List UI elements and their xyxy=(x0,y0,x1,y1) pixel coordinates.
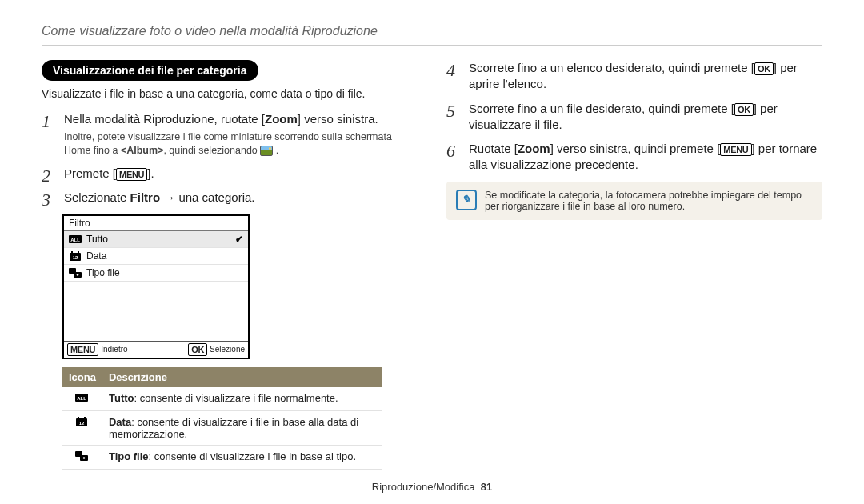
page-number: 81 xyxy=(481,481,492,493)
album-label: <Album> xyxy=(121,145,164,156)
menu-button-icon: MENU xyxy=(116,168,147,181)
icon-description-table: Icona Descrizione Tutto: consente di vis… xyxy=(62,367,382,470)
screen-row-label: Data xyxy=(86,250,106,262)
steps-left: Nella modalità Riproduzione, ruotate [Zo… xyxy=(42,111,418,206)
section-description: Visualizzate i file in base a una catego… xyxy=(42,87,418,100)
step-5-a: Scorrete fino a un file desiderato, quin… xyxy=(469,102,734,115)
step-3-a: Selezionate xyxy=(64,190,130,204)
back-label: Indietro xyxy=(101,345,127,354)
step-1: Nella modalità Riproduzione, ruotate [Zo… xyxy=(42,111,418,158)
left-column: Visualizzazione dei file per categoria V… xyxy=(42,60,418,470)
step-6-a: Ruotate [ xyxy=(469,142,518,155)
desc: : consente di visualizzare i file in bas… xyxy=(109,416,358,440)
desc: : consente di visualizzare i file in bas… xyxy=(149,450,356,462)
step-1-pre: Nella modalità Riproduzione, ruotate [ xyxy=(64,112,265,126)
date-icon xyxy=(62,410,102,445)
filetype-icon xyxy=(69,267,82,278)
row-desc: Tutto: consente di visualizzare i file n… xyxy=(102,387,382,411)
screen-empty-area xyxy=(64,282,248,341)
right-column: Scorrete fino a un elenco desiderato, qu… xyxy=(446,60,822,470)
page-header: Come visualizzare foto o video nella mod… xyxy=(42,24,822,46)
note-text: Se modificate la categoria, la fotocamer… xyxy=(485,190,813,212)
step-4: Scorrete fino a un elenco desiderato, qu… xyxy=(446,60,822,93)
screen-select[interactable]: OK Selezione xyxy=(188,343,245,356)
zoom-label: Zoom xyxy=(518,142,550,155)
row-desc: Tipo file: consente di visualizzare i fi… xyxy=(102,445,382,469)
step-6-b: ] verso sinistra, quindi premete [ xyxy=(550,142,721,155)
step-5: Scorrete fino a un file desiderato, quin… xyxy=(446,101,822,134)
step-3: Selezionate Filtro → una categoria. xyxy=(42,190,418,206)
arrow-sep: → xyxy=(160,190,178,204)
screen-row-tipo[interactable]: Tipo file xyxy=(64,265,248,282)
screen-row-label: Tipo file xyxy=(86,267,120,278)
step-1-post: ] verso sinistra. xyxy=(298,112,378,126)
term: Data xyxy=(109,416,131,428)
screen-row-data[interactable]: Data xyxy=(64,248,248,265)
step-2-post: ]. xyxy=(147,166,154,180)
row-desc: Data: consente di visualizzare i file in… xyxy=(102,410,382,445)
term: Tipo file xyxy=(109,450,149,462)
menu-button-icon: MENU xyxy=(67,343,98,356)
all-icon xyxy=(69,234,82,244)
ok-button-icon: OK xyxy=(188,343,207,356)
screen-footer: MENU Indietro OK Selezione xyxy=(64,341,248,358)
zoom-label: Zoom xyxy=(265,112,298,126)
table-row: Tipo file: consente di visualizzare i fi… xyxy=(62,445,382,469)
menu-button-icon: MENU xyxy=(720,143,751,156)
ok-button-icon: OK xyxy=(734,103,754,116)
step-6: Ruotate [Zoom] verso sinistra, quindi pr… xyxy=(446,141,822,174)
table-row: Tutto: consente di visualizzare i file n… xyxy=(62,387,382,411)
note-icon: ✎ xyxy=(456,190,477,210)
th-descrizione: Descrizione xyxy=(102,367,382,387)
screen-row-label: Tutto xyxy=(86,234,108,245)
page-root: Come visualizzare foto o video nella mod… xyxy=(0,0,864,501)
desc: : consente di visualizzare i file normal… xyxy=(134,392,338,404)
all-icon xyxy=(62,387,102,411)
step-1-sub-c: , quindi selezionando xyxy=(163,145,260,156)
ok-button-icon: OK xyxy=(754,62,774,75)
check-icon: ✔ xyxy=(235,234,243,245)
term: Tutto xyxy=(109,392,134,404)
album-thumbnail-icon xyxy=(260,146,273,156)
note-box: ✎ Se modificate la categoria, la fotocam… xyxy=(446,182,822,220)
screen-row-tutto[interactable]: Tutto ✔ xyxy=(64,231,248,248)
filter-label: Filtro xyxy=(130,190,161,204)
table-header-row: Icona Descrizione xyxy=(62,367,382,387)
two-column-layout: Visualizzazione dei file per categoria V… xyxy=(42,60,822,470)
screen-back[interactable]: MENU Indietro xyxy=(67,343,128,356)
footer-section: Riproduzione/Modifica xyxy=(372,481,475,493)
sel-label: Selezione xyxy=(210,345,245,354)
page-footer: Riproduzione/Modifica 81 xyxy=(42,481,822,493)
step-2: Premete [MENU]. xyxy=(42,166,418,182)
screen-title: Filtro xyxy=(64,216,248,231)
date-icon xyxy=(69,250,82,261)
table-row: Data: consente di visualizzare i file in… xyxy=(62,410,382,445)
step-2-pre: Premete [ xyxy=(64,166,116,180)
step-4-a: Scorrete fino a un elenco desiderato, qu… xyxy=(469,61,754,74)
steps-right: Scorrete fino a un elenco desiderato, qu… xyxy=(446,60,822,174)
section-title-pill: Visualizzazione dei file per categoria xyxy=(42,60,258,81)
camera-screen-mock: Filtro Tutto ✔ Data Tipo file xyxy=(62,214,250,359)
step-3-c: una categoria. xyxy=(178,190,254,204)
th-icona: Icona xyxy=(62,367,102,387)
step-1-sub: Inoltre, potete visualizzare i file come… xyxy=(64,130,418,158)
screen-list: Tutto ✔ Data Tipo file xyxy=(64,231,248,282)
filetype-icon xyxy=(62,445,102,469)
